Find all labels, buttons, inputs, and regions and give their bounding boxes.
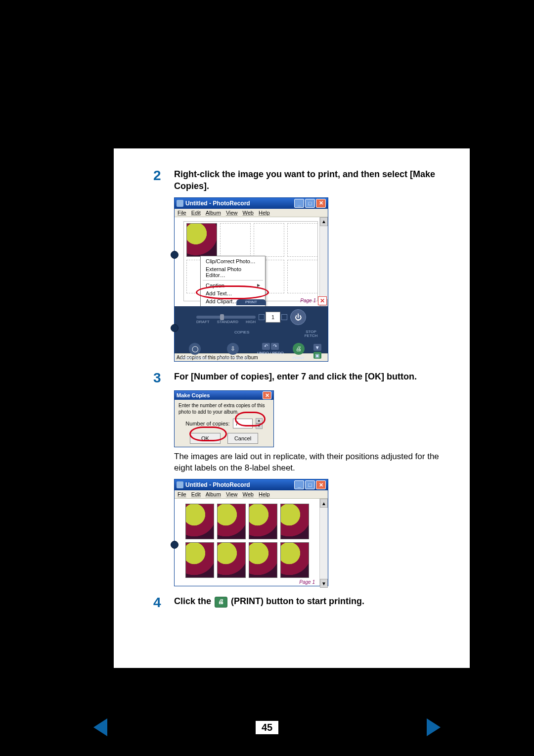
empty-photo-slot[interactable] <box>287 223 318 257</box>
menu-file[interactable]: File <box>178 210 186 216</box>
page-number: 45 <box>256 721 278 734</box>
stop-fetch-button[interactable]: ⏻ <box>290 309 306 325</box>
number-of-copies-input[interactable]: 7 <box>233 419 253 428</box>
menu-help[interactable]: Help <box>259 210 270 216</box>
undo-redo-button[interactable]: ↶ ↷ UNDO / REDO <box>257 343 283 360</box>
dialog-message: Enter the number of extra copies of this… <box>178 403 269 415</box>
print-modes-label: PRINT MODES <box>181 356 208 360</box>
dialog-title: Make Copies <box>177 392 210 398</box>
scroll-up-button[interactable]: ▲ <box>320 217 328 226</box>
close-button[interactable]: ✕ <box>316 480 326 489</box>
empty-photo-slot[interactable] <box>287 260 318 293</box>
next-page-arrow[interactable] <box>427 718 441 736</box>
page-nav-left-icon[interactable] <box>171 324 178 332</box>
vertical-scrollbar[interactable]: ▲ ▼ <box>319 499 328 586</box>
slider-mark-standard: STANDARD <box>217 320 238 324</box>
menu-album[interactable]: Album <box>206 210 221 216</box>
prev-page-arrow[interactable] <box>93 718 107 736</box>
scroll-down-button[interactable]: ▼ <box>320 579 328 588</box>
menu-view[interactable]: View <box>226 210 238 216</box>
panel-close-icon[interactable]: ✕ <box>318 296 327 305</box>
scroll-track[interactable] <box>320 226 328 299</box>
menu-bar: File Edit Album View Web Help <box>175 209 328 217</box>
dialog-titlebar: Make Copies ✕ <box>175 391 273 400</box>
page-nav-left-icon[interactable] <box>171 541 178 549</box>
collapse-down-icon[interactable]: ▼ <box>313 344 321 351</box>
copies-down-icon[interactable] <box>259 314 265 320</box>
fetch-photos-button[interactable]: ⇩ FETCH PHOTOS <box>218 343 249 360</box>
step-4-title: Click the 🖨 (PRINT) button to start prin… <box>174 595 445 607</box>
window-titlebar: Untitled - PhotoRecord _ □ ✕ <box>175 479 328 490</box>
menu-help[interactable]: Help <box>259 491 270 497</box>
window-titlebar: Untitled - PhotoRecord _ □ ✕ <box>175 198 328 209</box>
app-icon <box>177 200 183 207</box>
printer-icon: 🖨 <box>293 343 305 355</box>
album-page-label: Page 1 <box>299 579 315 585</box>
make-copies-dialog: Make Copies ✕ Enter the number of extra … <box>174 390 274 447</box>
page-nav-left-icon[interactable] <box>171 251 178 259</box>
fetch-photos-icon: ⇩ <box>227 343 239 355</box>
screenshot-make-copies-dialog: Make Copies ✕ Enter the number of extra … <box>174 390 445 447</box>
photo-thumbnail[interactable] <box>186 223 217 257</box>
copies-field[interactable]: 1 <box>266 312 280 323</box>
photo-thumbnail[interactable] <box>249 504 277 539</box>
expand-icon[interactable]: ▣ <box>313 352 321 359</box>
print-control-panel: PRINT ✕ DRAFT STANDARD HIGH <box>175 306 328 353</box>
spinner-down-button[interactable]: ▼ <box>256 424 263 429</box>
document-content: 2 Right-click the image you want to prin… <box>134 153 465 625</box>
menu-file[interactable]: File <box>178 491 186 497</box>
menu-edit[interactable]: Edit <box>191 210 201 216</box>
ok-button[interactable]: OK <box>190 433 221 444</box>
dialog-close-button[interactable]: ✕ <box>263 391 271 399</box>
quality-slider[interactable]: DRAFT STANDARD HIGH <box>196 316 256 319</box>
photo-thumbnail[interactable] <box>280 542 309 578</box>
screenshot-photorecord-context-menu: Untitled - PhotoRecord _ □ ✕ File Edit A… <box>174 197 445 362</box>
print-modes-button[interactable]: ◯ PRINT MODES <box>181 343 208 360</box>
scroll-track[interactable] <box>320 508 328 579</box>
menu-web[interactable]: Web <box>243 491 254 497</box>
album-canvas: Clip/Correct Photo… External Photo Edito… <box>175 217 328 306</box>
context-item-external-editor[interactable]: External Photo Editor… <box>201 265 265 279</box>
fetch-photos-label: FETCH PHOTOS <box>218 356 249 360</box>
spinner-up-button[interactable]: ▲ <box>256 418 263 424</box>
screenshot-photorecord-8-labels: Untitled - PhotoRecord _ □ ✕ File Edit A… <box>174 479 445 586</box>
copies-label: COPIES <box>234 330 249 338</box>
maximize-button[interactable]: □ <box>305 480 315 489</box>
photo-thumbnail[interactable] <box>217 504 246 539</box>
empty-photo-slot[interactable] <box>220 223 251 257</box>
maximize-button[interactable]: □ <box>305 199 315 208</box>
context-item-caption[interactable]: Caption <box>201 282 265 289</box>
close-button[interactable]: ✕ <box>316 199 326 208</box>
window-title: Untitled - PhotoRecord <box>185 200 294 207</box>
scroll-up-button[interactable]: ▲ <box>320 499 328 508</box>
undo-redo-label: UNDO / REDO <box>257 351 283 355</box>
empty-photo-slot[interactable] <box>254 223 284 257</box>
photo-thumbnail[interactable] <box>280 504 309 539</box>
context-item-clip-correct[interactable]: Clip/Correct Photo… <box>201 257 265 265</box>
print-button[interactable]: 🖨 PRINT <box>293 343 305 360</box>
photo-thumbnail[interactable] <box>185 504 214 539</box>
menu-edit[interactable]: Edit <box>191 491 201 497</box>
cancel-button[interactable]: Cancel <box>227 433 258 444</box>
photo-thumbnail[interactable] <box>249 542 277 578</box>
album-canvas-grid: Page 1 ▲ ▼ <box>175 499 328 586</box>
page-footer: 45 <box>0 718 534 736</box>
window-title: Untitled - PhotoRecord <box>185 481 294 488</box>
minimize-button[interactable]: _ <box>294 480 304 489</box>
menu-view[interactable]: View <box>226 491 238 497</box>
minimize-button[interactable]: _ <box>294 199 304 208</box>
step-4-title-post: (PRINT) button to start printing. <box>231 596 364 606</box>
step-3-description: The images are laid out in replicate, wi… <box>174 451 445 474</box>
app-icon <box>177 481 183 488</box>
menu-web[interactable]: Web <box>243 210 254 216</box>
context-item-add-text[interactable]: Add Text… <box>201 289 265 297</box>
photo-thumbnail[interactable] <box>217 542 246 578</box>
vertical-scrollbar[interactable]: ▲ ▼ <box>319 217 328 306</box>
step-4-title-pre: Click the <box>174 596 214 606</box>
step-2-number: 2 <box>153 168 165 184</box>
menu-album[interactable]: Album <box>206 491 221 497</box>
copies-up-icon[interactable] <box>281 314 287 320</box>
photo-thumbnail[interactable] <box>185 542 214 578</box>
menu-bar: File Edit Album View Web Help <box>175 490 328 499</box>
slider-mark-high: HIGH <box>246 320 256 324</box>
